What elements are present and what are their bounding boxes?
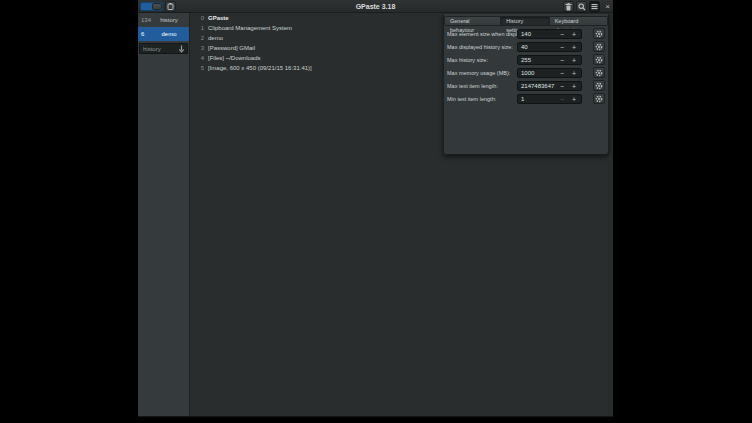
spin-value: 40 bbox=[521, 43, 528, 52]
reset-button[interactable] bbox=[593, 67, 605, 78]
histories-sidebar: 134 history 6 demo history bbox=[138, 13, 190, 416]
search-icon bbox=[578, 3, 586, 11]
setting-row-max-memory-usage: Max memory usage (MB): 1000 − + bbox=[444, 67, 608, 80]
item-text: demo bbox=[208, 35, 223, 41]
history-row-demo[interactable]: 6 demo bbox=[138, 27, 189, 41]
item-index: 1 bbox=[198, 25, 204, 31]
switch-knob bbox=[152, 3, 162, 10]
item-index: 4 bbox=[198, 55, 204, 61]
reset-icon bbox=[595, 95, 603, 103]
item-text: [Image, 600 x 450 (09/21/15 16:31:41)] bbox=[208, 65, 312, 71]
spin-value: 1000 bbox=[521, 69, 534, 78]
spinbutton[interactable]: 1 − + bbox=[517, 94, 582, 104]
menu-button[interactable] bbox=[589, 1, 600, 12]
spin-plus-button[interactable]: + bbox=[569, 69, 579, 78]
setting-row-min-text-length: Min text item length: 1 − + bbox=[444, 93, 608, 106]
spin-value: 1 bbox=[521, 95, 524, 104]
spin-minus-button[interactable]: − bbox=[557, 95, 567, 104]
item-text: [Password] GMail bbox=[208, 45, 255, 51]
reset-button[interactable] bbox=[593, 28, 605, 39]
item-text: Clipboard Management System bbox=[208, 25, 292, 31]
spin-plus-button[interactable]: + bbox=[569, 56, 579, 65]
spin-plus-button[interactable]: + bbox=[569, 30, 579, 39]
settings-rows: Max element size when displaying: 140 − … bbox=[444, 28, 608, 106]
menu-icon bbox=[591, 3, 598, 10]
spinbutton[interactable]: 255 − + bbox=[517, 55, 582, 65]
spin-value: 255 bbox=[521, 56, 531, 65]
new-history-placeholder: history bbox=[140, 46, 178, 52]
reset-icon bbox=[595, 69, 603, 77]
delete-history-button[interactable] bbox=[563, 1, 574, 12]
spinbutton[interactable]: 1000 − + bbox=[517, 68, 582, 78]
clipboard-icon bbox=[167, 3, 174, 10]
spin-value: 140 bbox=[521, 30, 531, 39]
history-item-count: 6 bbox=[138, 31, 153, 37]
spin-plus-button[interactable]: + bbox=[569, 95, 579, 104]
history-item-count: 134 bbox=[138, 17, 153, 23]
spinbutton[interactable]: 40 − + bbox=[517, 42, 582, 52]
setting-row-max-displayed-history: Max displayed history size: 40 − + bbox=[444, 41, 608, 54]
item-index: 0 bbox=[198, 15, 204, 21]
history-name: demo bbox=[153, 31, 189, 37]
settings-panel: General behaviour History settings Keybo… bbox=[443, 14, 609, 155]
history-name: history bbox=[153, 17, 189, 23]
reset-icon bbox=[595, 56, 603, 64]
spin-minus-button[interactable]: − bbox=[557, 43, 567, 52]
reset-button[interactable] bbox=[593, 41, 605, 52]
reset-icon bbox=[595, 43, 603, 51]
tab-keyboard-shortcuts[interactable]: Keyboard shortcuts bbox=[550, 16, 608, 26]
reset-icon bbox=[595, 30, 603, 38]
close-icon: × bbox=[605, 3, 610, 11]
gpaste-window: GPaste 3.18 bbox=[138, 0, 613, 417]
reset-icon bbox=[595, 82, 603, 90]
history-row-history[interactable]: 134 history bbox=[138, 13, 189, 27]
item-index: 5 bbox=[198, 65, 204, 71]
add-history-icon bbox=[178, 45, 185, 53]
settings-tab-switcher: General behaviour History settings Keybo… bbox=[444, 16, 608, 26]
setting-label: Max displayed history size: bbox=[447, 41, 513, 54]
setting-row-max-text-length: Max text item length: 2147483647 − + bbox=[444, 80, 608, 93]
spin-minus-button[interactable]: − bbox=[557, 30, 567, 39]
setting-label: Max memory usage (MB): bbox=[447, 67, 510, 80]
spin-plus-button[interactable]: + bbox=[569, 43, 579, 52]
new-history-input[interactable]: history bbox=[139, 43, 188, 54]
setting-row-max-history-size: Max history size: 255 − + bbox=[444, 54, 608, 67]
window-title: GPaste 3.18 bbox=[138, 0, 613, 13]
tab-history-settings[interactable]: History settings bbox=[501, 16, 550, 26]
spin-plus-button[interactable]: + bbox=[569, 82, 579, 91]
delete-history-icon bbox=[565, 3, 572, 11]
close-button[interactable]: × bbox=[602, 1, 613, 12]
reset-button[interactable] bbox=[593, 80, 605, 91]
reset-button[interactable] bbox=[593, 93, 605, 104]
item-text: GPaste bbox=[208, 15, 229, 21]
spin-minus-button[interactable]: − bbox=[557, 82, 567, 91]
item-text: [Files] ~/Downloads bbox=[208, 55, 261, 61]
search-button[interactable] bbox=[576, 1, 587, 12]
track-changes-switch[interactable] bbox=[140, 2, 163, 11]
setting-label: Min text item length: bbox=[447, 93, 496, 106]
header-bar: GPaste 3.18 bbox=[138, 0, 613, 13]
spinbutton[interactable]: 2147483647 − + bbox=[517, 81, 582, 91]
spin-value: 2147483647 bbox=[521, 82, 554, 91]
spinbutton[interactable]: 140 − + bbox=[517, 29, 582, 39]
tab-general-behaviour[interactable]: General behaviour bbox=[444, 16, 501, 26]
item-index: 2 bbox=[198, 35, 204, 41]
setting-label: Max text item length: bbox=[447, 80, 498, 93]
setting-row-max-element-size: Max element size when displaying: 140 − … bbox=[444, 28, 608, 41]
clipboard-button[interactable] bbox=[165, 1, 176, 12]
reset-button[interactable] bbox=[593, 54, 605, 65]
spin-minus-button[interactable]: − bbox=[557, 69, 567, 78]
setting-label: Max history size: bbox=[447, 54, 488, 67]
item-index: 3 bbox=[198, 45, 204, 51]
spin-minus-button[interactable]: − bbox=[557, 56, 567, 65]
